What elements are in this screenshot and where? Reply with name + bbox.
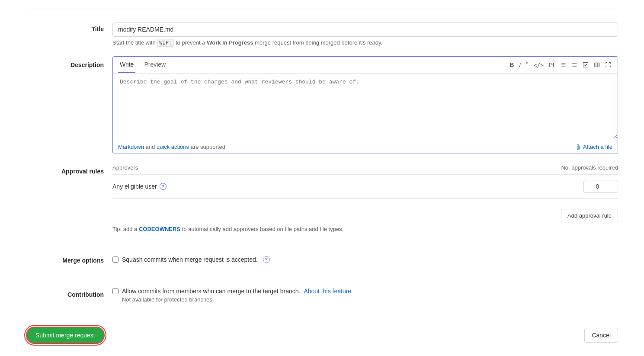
any-eligible-user-text: Any eligible user	[112, 183, 157, 190]
contribution-label: Contribution	[26, 288, 112, 298]
merge-divider	[26, 243, 618, 243]
title-hint-mid: to prevent a	[176, 39, 205, 46]
description-footer: Markdown and quick actions are supported…	[113, 140, 618, 154]
fullscreen-btn[interactable]	[604, 60, 612, 70]
approval-row: Any eligible user ?	[112, 175, 618, 199]
top-divider	[26, 9, 618, 9]
title-hint: Start the title with WIP: to prevent a W…	[112, 39, 618, 46]
contribution-content: Allow commits from members who can merge…	[112, 288, 618, 303]
are-supported-text2: are supported	[191, 144, 225, 150]
description-textarea[interactable]	[113, 74, 618, 138]
italic-btn[interactable]: I	[518, 60, 522, 70]
merge-options-row: Merge options Squash commits when merge …	[26, 253, 618, 264]
form-actions: Submit merge request Cancel	[26, 327, 618, 344]
wip-code: WIP:	[157, 39, 174, 47]
and-text: and	[146, 144, 157, 150]
description-label: Description	[26, 56, 112, 68]
about-feature-link[interactable]: About this feature	[304, 288, 351, 295]
blockquote-btn[interactable]: “	[525, 59, 529, 71]
contribution-row: Contribution Allow commits from members …	[26, 288, 618, 303]
help-icon[interactable]: ?	[160, 183, 167, 190]
code-btn[interactable]: </>	[532, 60, 545, 70]
bullet-list-btn[interactable]	[559, 60, 567, 70]
title-hint-bold: Work In Progress	[207, 39, 253, 46]
allow-commits-option: Allow commits from members who can merge…	[112, 288, 618, 295]
codeowners-tip: Tip: add a CODEOWNERS to automatically a…	[112, 222, 618, 232]
codeowners-link[interactable]: CODEOWNERS	[139, 226, 180, 232]
merge-options-label: Merge options	[26, 253, 112, 264]
merge-options-content: Squash commits when merge request is acc…	[112, 253, 618, 263]
markdown-link[interactable]: Markdown	[118, 144, 144, 150]
attach-file-label: Attach a file	[583, 144, 612, 150]
squash-commits-checkbox[interactable]	[112, 257, 119, 263]
attach-file-button[interactable]: Attach a file	[575, 144, 612, 150]
numbered-list-btn[interactable]	[570, 60, 579, 70]
description-footer-left: Markdown and quick actions are supported	[118, 144, 225, 150]
not-available-text: Not available for protected branches	[122, 296, 618, 303]
title-input[interactable]	[112, 22, 618, 37]
approval-rules-row: Approval rules Approvers No. approvals r…	[26, 164, 618, 232]
approvals-required-input[interactable]	[583, 180, 618, 193]
tip-pre: Tip: add a	[112, 226, 137, 232]
bold-btn[interactable]: B	[508, 60, 515, 70]
link-btn[interactable]	[548, 60, 556, 70]
title-row: Title Start the title with WIP: to preve…	[26, 22, 618, 46]
quick-actions-link[interactable]: quick actions	[157, 144, 189, 150]
actions-divider	[26, 316, 618, 316]
approver-name: Any eligible user ?	[112, 183, 167, 190]
title-label: Title	[26, 22, 112, 32]
submit-merge-request-button[interactable]: Submit merge request	[26, 327, 105, 344]
description-row: Description Write Preview B I “ </>	[26, 56, 618, 154]
task-list-btn[interactable]	[581, 60, 590, 70]
approval-rules-label: Approval rules	[26, 164, 112, 175]
description-content: Write Preview B I “ </>	[112, 56, 618, 154]
table-btn[interactable]	[593, 60, 601, 70]
tip-post: to automatically add approvers based on …	[182, 226, 344, 232]
cancel-button[interactable]: Cancel	[584, 328, 618, 343]
title-hint-pre: Start the title with	[112, 39, 156, 46]
squash-help-icon[interactable]: ?	[263, 256, 270, 263]
squash-commits-label[interactable]: Squash commits when merge request is acc…	[122, 256, 258, 263]
preview-tab[interactable]: Preview	[142, 57, 167, 73]
approvals-required-col-header: No. approvals required	[561, 164, 618, 171]
description-toolbar: B I “ </>	[508, 59, 612, 71]
description-tabs: Write Preview B I “ </>	[113, 57, 618, 74]
description-box: Write Preview B I “ </>	[112, 56, 618, 154]
approval-rules-content: Approvers No. approvals required Any eli…	[112, 164, 618, 232]
approval-header: Approvers No. approvals required	[112, 164, 618, 175]
add-approval-rule-container: Add approval rule	[112, 199, 618, 209]
add-approval-rule-button[interactable]: Add approval rule	[561, 209, 618, 222]
title-hint-post: merge request from being merged before i…	[255, 39, 382, 46]
write-tab[interactable]: Write	[118, 57, 135, 73]
title-content: Start the title with WIP: to prevent a W…	[112, 22, 618, 46]
bottom-divider	[26, 277, 618, 277]
squash-commits-option: Squash commits when merge request is acc…	[112, 253, 618, 263]
allow-commits-checkbox[interactable]	[112, 288, 119, 294]
allow-commits-label[interactable]: Allow commits from members who can merge…	[122, 288, 300, 295]
approvers-col-header: Approvers	[112, 164, 138, 171]
paperclip-icon	[575, 144, 581, 150]
